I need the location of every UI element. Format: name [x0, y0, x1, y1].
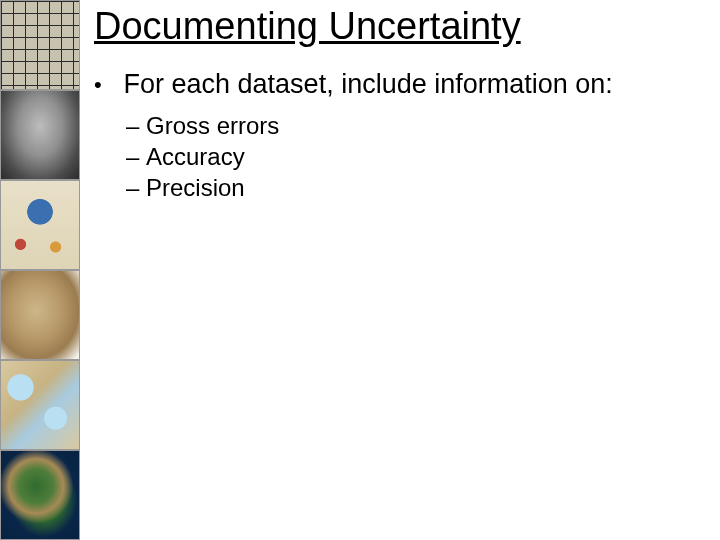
thumb-satellite-continent-map	[0, 450, 80, 540]
sidebar-thumbnails	[0, 0, 80, 540]
sub-bullet-list: Gross errors Accuracy Precision	[116, 110, 704, 204]
thumb-parchment-fragment-map	[0, 270, 80, 360]
bullet-item-1-text: For each dataset, include information on…	[124, 69, 613, 99]
slide-content: Documenting Uncertainty For each dataset…	[88, 0, 720, 203]
slide: Documenting Uncertainty For each dataset…	[0, 0, 720, 540]
thumb-medieval-world-map	[0, 180, 80, 270]
sub-bullet-precision: Precision	[146, 172, 704, 203]
bullet-list: For each dataset, include information on…	[94, 68, 704, 203]
thumb-clay-tablet-map	[0, 90, 80, 180]
thumb-geometric-grid-map	[0, 0, 80, 90]
sub-bullet-gross-errors: Gross errors	[146, 110, 704, 141]
thumb-atlas-relief-map	[0, 360, 80, 450]
bullet-item-1: For each dataset, include information on…	[116, 68, 704, 203]
slide-title: Documenting Uncertainty	[94, 6, 704, 48]
sub-bullet-accuracy: Accuracy	[146, 141, 704, 172]
